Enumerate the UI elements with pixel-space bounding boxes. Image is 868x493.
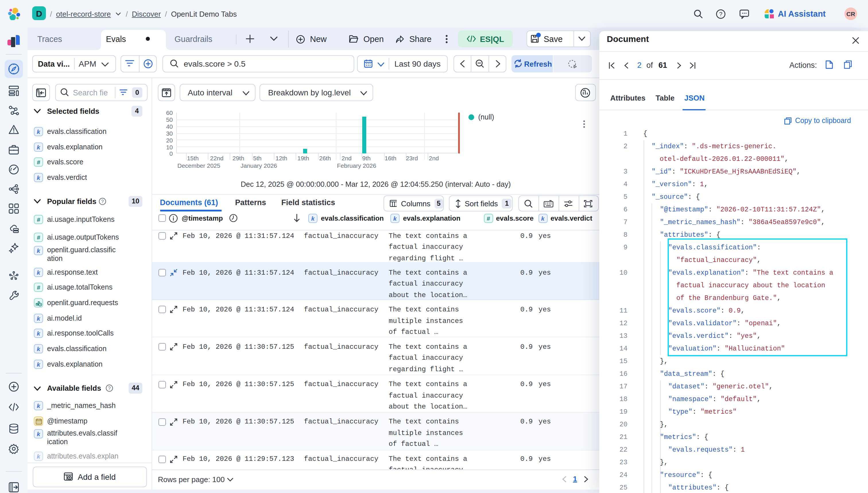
svg-text:?: ? xyxy=(719,11,722,17)
svg-text:?: ? xyxy=(108,386,111,391)
svg-text:?: ? xyxy=(101,199,104,204)
